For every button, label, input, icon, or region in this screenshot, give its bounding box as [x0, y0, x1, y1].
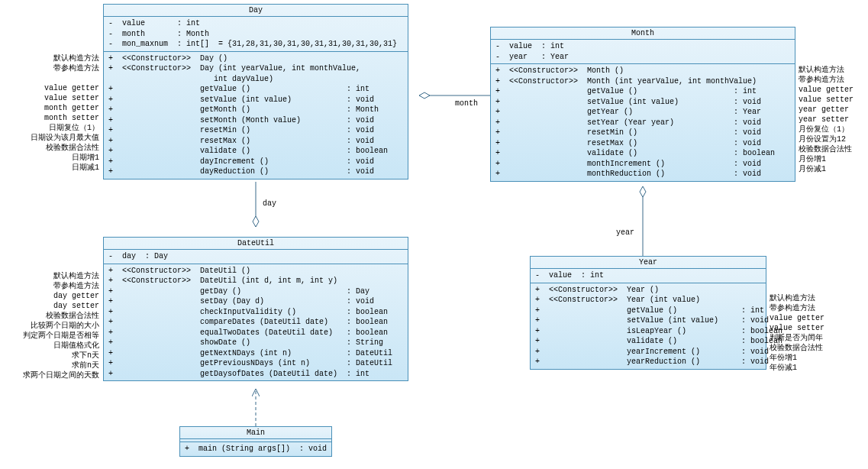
annotation-year: 默认构造方法 带参构造方法 value getter value setter … [770, 293, 824, 373]
class-year: Year - value : int + <<Constructor>> Yea… [530, 256, 766, 370]
class-year-attrs: - value : int [531, 269, 766, 283]
annotation-dateutil: 默认构造方法 带参构造方法 day getter day setter 校验数据… [0, 271, 99, 380]
class-dateutil-title: DateUtil [104, 238, 408, 250]
class-dateutil-attrs: - day : Day [104, 250, 408, 264]
class-main: Main + main (String args[]) : void [179, 426, 332, 457]
label-day: day [263, 199, 276, 208]
class-dateutil: DateUtil - day : Day + <<Constructor>> D… [103, 237, 408, 381]
class-day: Day - value : int - month : Month - mon_… [103, 4, 408, 180]
annotation-day: 默认构造方法 带参构造方法 value getter value setter … [0, 53, 99, 173]
label-month: month [455, 99, 478, 108]
class-month-attrs: - value : int - year : Year [491, 40, 795, 64]
class-main-title: Main [180, 427, 331, 439]
class-year-title: Year [531, 257, 766, 269]
class-dateutil-ops: + <<Constructor>> DateUtil () + <<Constr… [104, 264, 408, 381]
class-month: Month - value : int - year : Year + <<Co… [490, 27, 795, 182]
class-main-ops: + main (String args[]) : void [180, 442, 331, 456]
class-day-title: Day [104, 5, 408, 17]
class-month-title: Month [491, 27, 795, 40]
class-month-ops: + <<Constructor>> Month () + <<Construct… [491, 64, 795, 181]
class-day-ops: + <<Constructor>> Day () + <<Constructor… [104, 52, 408, 179]
class-day-attrs: - value : int - month : Month - mon_maxn… [104, 17, 408, 52]
class-year-ops: + <<Constructor>> Year () + <<Constructo… [531, 283, 766, 369]
annotation-month: 默认构造方法 带参构造方法 value getter value setter … [799, 65, 853, 174]
label-year: year [616, 228, 634, 237]
